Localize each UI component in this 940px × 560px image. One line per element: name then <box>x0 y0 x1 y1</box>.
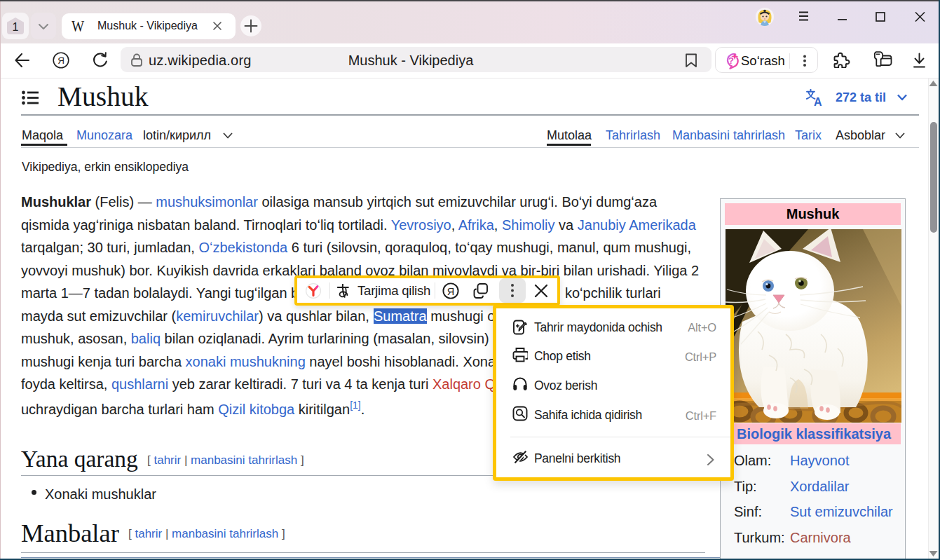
svg-text:A: A <box>814 96 822 107</box>
svg-text:Я: Я <box>447 286 454 297</box>
